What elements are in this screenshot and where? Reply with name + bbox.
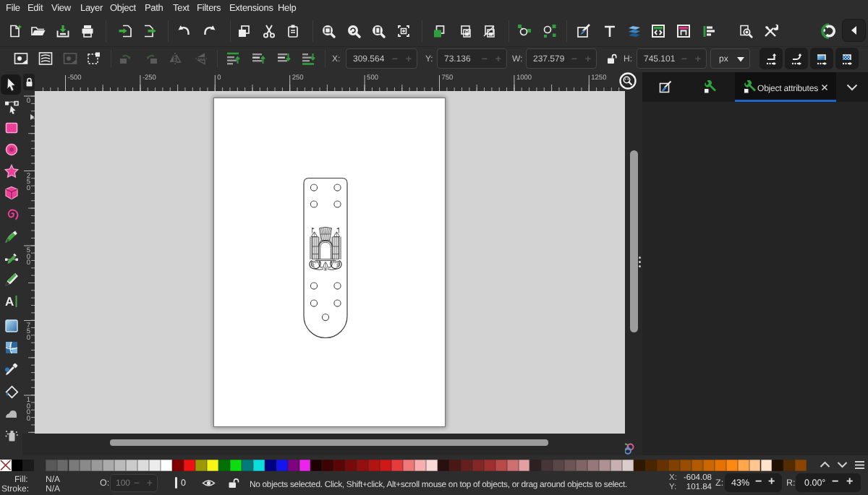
- svg-text:A: A: [5, 295, 14, 309]
